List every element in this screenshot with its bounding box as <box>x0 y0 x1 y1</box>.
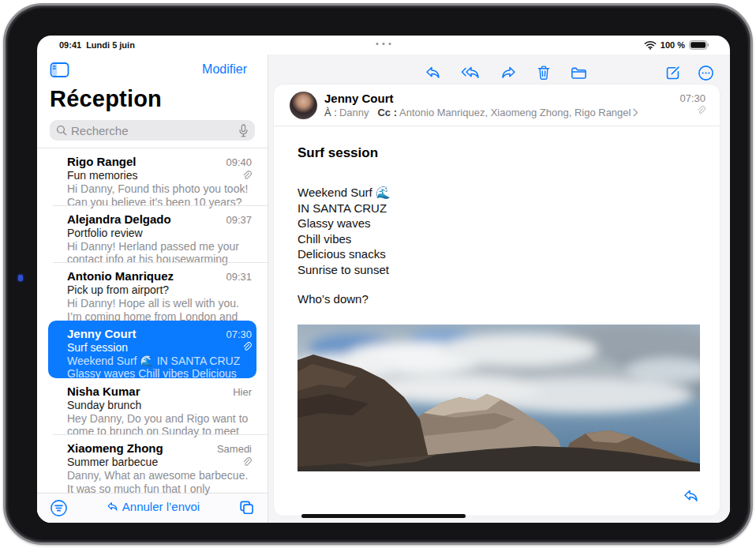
to-recipient: Danny <box>339 107 369 118</box>
body-line: Glassy waves <box>298 216 696 231</box>
attachment-paperclip-icon <box>679 106 705 115</box>
compose-button[interactable] <box>664 65 681 81</box>
message-card: Jenny Court À : Danny Cc : Antonio Manri… <box>274 84 720 516</box>
paperclip-icon <box>241 171 252 181</box>
email-row-antonio-manriquez[interactable]: Antonio Manriquez09:31 Pick up from airp… <box>37 263 268 321</box>
trash-button[interactable] <box>537 65 551 81</box>
attachment-photo-coastal[interactable] <box>298 325 700 471</box>
search-field[interactable] <box>50 120 255 141</box>
more-ellipsis-icon[interactable] <box>698 65 714 81</box>
paperclip-icon <box>241 342 252 352</box>
status-bar: 09:41Lundi 5 juin 100 % <box>37 36 730 54</box>
email-row-rigo-rangel[interactable]: Rigo Rangel09:40 Fun memories Hi Danny, … <box>37 148 268 206</box>
search-input[interactable] <box>71 124 234 137</box>
email-row-alejandra-delgado[interactable]: Alejandra Delgado09:37 Portfolio review … <box>37 206 268 264</box>
email-subject: Sunday brunch <box>67 399 141 411</box>
paperclip-icon <box>241 457 252 467</box>
status-right: 100 % <box>644 40 709 50</box>
split-view: Modifier Réception <box>37 54 730 523</box>
mailbox-sidebar: Modifier Réception <box>37 54 268 523</box>
sidebar-toggle-icon[interactable] <box>50 62 69 78</box>
email-row-xiaomeng-zhong[interactable]: Xiaomeng ZhongSamedi Summer barbecue Dan… <box>37 435 268 493</box>
undo-send-button[interactable]: Annuler l’envoi <box>107 500 200 513</box>
email-time: 09:31 <box>226 271 252 283</box>
status-date: Lundi 5 juin <box>86 40 135 50</box>
email-preview: Weekend Surf 🌊 IN SANTA CRUZ Glassy wave… <box>67 355 252 381</box>
email-subject: Fun memories <box>67 169 137 182</box>
body-line: Sunrise to sunset <box>298 262 696 278</box>
email-subject: Portfolio review <box>67 227 143 239</box>
email-subject: Surf session <box>67 341 128 354</box>
microphone-icon[interactable] <box>238 124 249 137</box>
bezel-blue-dot <box>18 275 23 281</box>
ipad-device-frame: 09:41Lundi 5 juin 100 % <box>3 3 753 545</box>
to-label: À : <box>324 107 337 118</box>
sender-name: Rigo Rangel <box>67 155 137 168</box>
battery-percent: 100 % <box>661 40 685 50</box>
body-line: IN SANTA CRUZ <box>298 201 696 216</box>
undo-arrow-icon <box>107 501 118 512</box>
reply-button[interactable] <box>425 66 441 80</box>
email-row-jenny-court-selected[interactable]: Jenny Court07:30 Surf session Weekend Su… <box>48 321 256 378</box>
email-subject: Pick up from airport? <box>67 283 169 296</box>
forward-button[interactable] <box>500 66 517 80</box>
wifi-icon <box>644 40 657 50</box>
recipients-line[interactable]: À : Danny Cc : Antonio Manriquez, Xiaome… <box>324 107 704 118</box>
sidebar-footer-bar: Annuler l’envoi <box>37 493 268 524</box>
sender-name: Alejandra Delgado <box>67 212 171 226</box>
sender-name: Jenny Court <box>67 327 137 340</box>
email-preview: Danny, What an awesome barbecue. It was … <box>67 469 252 495</box>
cc-recipients: Antonio Manriquez, Xiaomeng Zhong, Rigo … <box>399 107 631 118</box>
message-pane: Jenny Court À : Danny Cc : Antonio Manri… <box>268 54 730 523</box>
email-preview: Hi Danny! Hope all is well with you. I’m… <box>67 297 252 323</box>
edit-button[interactable]: Modifier <box>202 62 255 77</box>
screen: 09:41Lundi 5 juin 100 % <box>37 36 730 523</box>
email-row-nisha-kumar[interactable]: Nisha KumarHier Sunday brunch Hey Danny,… <box>37 378 268 436</box>
message-header: Jenny Court À : Danny Cc : Antonio Manri… <box>274 84 720 126</box>
filter-icon[interactable] <box>50 499 68 517</box>
ipad-mail-screenshot: 09:41Lundi 5 juin 100 % <box>0 0 756 548</box>
sender-name: Nisha Kumar <box>67 385 140 398</box>
closing-line: Who’s down? <box>298 292 696 306</box>
multitasking-dots-handle[interactable] <box>376 43 391 45</box>
status-time-date: 09:41Lundi 5 juin <box>59 40 140 50</box>
windows-copy-icon[interactable] <box>238 499 255 516</box>
email-preview: Hi Danny, Found this photo you took! Can… <box>67 182 252 208</box>
email-time: 09:40 <box>226 156 252 168</box>
email-time: 07:30 <box>226 328 252 340</box>
sidebar-header: Modifier Réception <box>37 54 268 141</box>
sender-avatar[interactable] <box>290 92 317 119</box>
message-sender-name: Jenny Court <box>324 92 704 105</box>
reply-all-button[interactable] <box>461 66 481 80</box>
email-preview: Hi Danny! Herland passed me your contact… <box>67 240 252 266</box>
email-subject: Summer barbecue <box>67 456 158 468</box>
body-line: Weekend Surf 🌊 <box>298 185 696 201</box>
sender-name: Xiaomeng Zhong <box>67 441 163 455</box>
email-time: Hier <box>233 386 252 398</box>
home-indicator[interactable] <box>301 514 466 518</box>
chevron-right-icon <box>633 108 638 117</box>
sender-name: Antonio Manriquez <box>67 269 174 283</box>
body-line: Delicious snacks <box>298 246 696 262</box>
email-preview: Hey Danny, Do you and Rigo want to come … <box>67 412 252 438</box>
email-time: 09:37 <box>226 214 252 226</box>
body-line: Chill vibes <box>298 231 696 247</box>
message-body: Surf session Weekend Surf 🌊 IN SANTA CRU… <box>274 126 720 471</box>
email-time: Samedi <box>217 443 252 455</box>
email-list: Rigo Rangel09:40 Fun memories Hi Danny, … <box>37 148 268 493</box>
cc-label: Cc : <box>377 107 397 118</box>
message-time: 07:30 <box>679 92 705 104</box>
status-time: 09:41 <box>59 40 81 50</box>
reply-icon[interactable] <box>683 489 699 503</box>
message-subject: Surf session <box>298 145 696 161</box>
battery-icon <box>689 40 709 50</box>
folder-button[interactable] <box>571 66 587 80</box>
mailbox-title: Réception <box>50 86 255 112</box>
search-icon <box>56 125 67 136</box>
